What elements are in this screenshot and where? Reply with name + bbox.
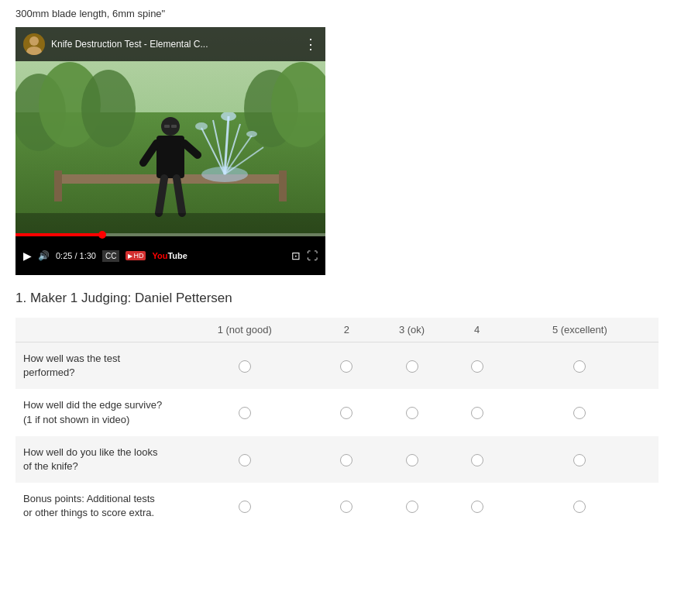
radio-cell-2-4[interactable]	[453, 436, 501, 483]
col-header-2: 2	[322, 318, 370, 342]
svg-rect-8	[54, 170, 62, 201]
radio-cell-1-3[interactable]	[370, 389, 452, 435]
radio-option-3-4[interactable]	[471, 501, 483, 513]
svg-point-10	[161, 117, 180, 136]
hd-badge: ▶ HD	[126, 251, 146, 260]
radio-cell-0-2[interactable]	[322, 342, 370, 390]
radio-option-2-3[interactable]	[406, 454, 418, 466]
svg-line-19	[201, 128, 225, 174]
radio-cell-3-4[interactable]	[453, 483, 501, 529]
radio-option-3-1[interactable]	[239, 501, 251, 513]
radio-cell-1-1[interactable]	[167, 389, 322, 435]
youtube-logo: YouTube	[152, 251, 187, 260]
channel-avatar	[23, 33, 45, 55]
radio-option-2-2[interactable]	[340, 454, 352, 466]
svg-point-4	[81, 70, 136, 147]
blade-info: 300mm blade length, 6mm spine"	[15, 8, 659, 19]
video-title: Knife Destruction Test - Elemental C...	[51, 39, 297, 50]
radio-cell-3-2[interactable]	[322, 483, 370, 529]
radio-cell-2-3[interactable]	[370, 436, 452, 483]
cast-icon[interactable]: ⊡	[291, 249, 301, 262]
section-title: 1. Maker 1 Judging: Daniel Pettersen	[15, 291, 659, 306]
svg-rect-12	[171, 125, 177, 128]
col-header-1: 1 (not good)	[167, 318, 322, 342]
radio-option-3-5[interactable]	[573, 501, 586, 513]
row-label-2: How well do you like the looks of the kn…	[15, 436, 167, 483]
svg-line-20	[213, 120, 225, 174]
radio-option-0-1[interactable]	[239, 360, 251, 373]
radio-option-0-5[interactable]	[573, 360, 586, 373]
radio-cell-3-5[interactable]	[501, 483, 659, 529]
video-embed: Knife Destruction Test - Elemental C... …	[15, 27, 325, 275]
video-menu-icon[interactable]: ⋮	[304, 36, 318, 53]
col-header-5: 5 (excellent)	[501, 318, 659, 342]
time-display: 0:25 / 1:30	[56, 251, 96, 260]
radio-option-0-3[interactable]	[406, 360, 418, 373]
col-header-4: 4	[453, 318, 501, 342]
radio-option-3-3[interactable]	[406, 501, 418, 513]
radio-cell-2-5[interactable]	[501, 436, 659, 483]
radio-option-2-1[interactable]	[239, 454, 251, 466]
radio-option-1-5[interactable]	[573, 407, 586, 419]
video-controls-bar: ▶ 🔊 0:25 / 1:30 CC ▶ HD YouTube ⊡ ⛶	[15, 236, 325, 275]
svg-point-1	[26, 46, 42, 55]
svg-line-17	[177, 178, 182, 213]
radio-option-1-4[interactable]	[471, 407, 483, 419]
svg-point-26	[221, 112, 236, 121]
radio-cell-2-1[interactable]	[167, 436, 322, 483]
radio-cell-2-2[interactable]	[322, 436, 370, 483]
table-row: How well do you like the looks of the kn…	[15, 436, 659, 483]
progress-bar-area[interactable]	[15, 233, 325, 236]
video-container: Knife Destruction Test - Elemental C... …	[15, 27, 325, 275]
radio-option-2-4[interactable]	[471, 454, 483, 466]
radio-cell-0-4[interactable]	[453, 342, 501, 390]
row-label-1: How well did the edge survive? (1 if not…	[15, 389, 167, 435]
volume-button[interactable]: 🔊	[38, 250, 50, 261]
page-wrapper: 300mm blade length, 6mm spine" Knife Des…	[0, 0, 674, 545]
progress-dot	[98, 231, 106, 239]
table-row: Bonus points: Additional tests or other …	[15, 483, 659, 529]
play-button[interactable]: ▶	[23, 249, 32, 262]
radio-cell-3-1[interactable]	[167, 483, 322, 529]
radio-cell-1-5[interactable]	[501, 389, 659, 435]
svg-line-14	[143, 143, 156, 163]
table-row: How well did the edge survive? (1 if not…	[15, 389, 659, 435]
radio-cell-0-5[interactable]	[501, 342, 659, 390]
radio-option-0-4[interactable]	[471, 360, 483, 373]
fullscreen-icon[interactable]: ⛶	[307, 249, 318, 262]
cc-button[interactable]: CC	[102, 250, 119, 262]
radio-option-0-2[interactable]	[340, 360, 352, 373]
svg-rect-9	[279, 170, 287, 201]
col-header-label	[15, 318, 167, 342]
radio-cell-0-1[interactable]	[167, 342, 322, 390]
svg-point-0	[29, 36, 39, 46]
svg-line-16	[159, 178, 164, 213]
radio-cell-1-2[interactable]	[322, 389, 370, 435]
col-header-3: 3 (ok)	[370, 318, 452, 342]
water-splash	[186, 112, 279, 190]
radio-option-1-1[interactable]	[239, 407, 251, 419]
rating-table: 1 (not good) 2 3 (ok) 4 5 (excellent) Ho…	[15, 318, 659, 530]
radio-cell-3-3[interactable]	[370, 483, 452, 529]
radio-cell-0-3[interactable]	[370, 342, 452, 390]
svg-rect-13	[156, 136, 184, 178]
radio-option-3-2[interactable]	[340, 501, 352, 513]
video-header: Knife Destruction Test - Elemental C... …	[15, 27, 325, 61]
radio-option-2-5[interactable]	[573, 454, 586, 466]
row-label-3: Bonus points: Additional tests or other …	[15, 483, 167, 529]
radio-option-1-2[interactable]	[340, 407, 352, 419]
svg-rect-11	[164, 125, 170, 128]
radio-cell-1-4[interactable]	[453, 389, 501, 435]
progress-bar-fill	[15, 233, 102, 236]
radio-option-1-3[interactable]	[406, 407, 418, 419]
row-label-0: How well was the test performed?	[15, 342, 167, 390]
table-row: How well was the test performed?	[15, 342, 659, 390]
svg-point-27	[246, 131, 257, 137]
svg-point-25	[195, 122, 208, 130]
